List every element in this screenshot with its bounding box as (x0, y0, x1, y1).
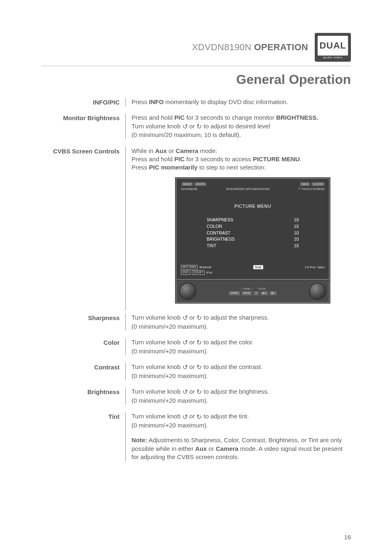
logo-subtext: audio·video (323, 56, 343, 59)
row-color: Color Turn volume knob ↺ or ↻ to adjust … (41, 338, 351, 355)
menu-row: CONTRAST10 (207, 230, 299, 237)
label-monitor-brightness: Monitor Brightness (41, 114, 125, 139)
body-cvbs: While in Aux or Camera mode: Press and h… (125, 147, 351, 311)
panel-btn-mode: MODE (229, 291, 240, 295)
screen-badges-2: DVD DOLBY iPod (181, 270, 325, 275)
screen-subbar: XDVDN8190 INTEGRATED GPS NAVIGATION 7" T… (181, 187, 325, 191)
row-tint: Tint Turn volume knob ↺ or ↻ to adjust t… (41, 412, 351, 461)
panel-center: — TUNE — SCAN MODE MUTE II ▶II ▶I (196, 287, 309, 295)
picture-menu-table: SHARPNESS10 COLOR10 CONTRAST10 BRIGHTNES… (207, 217, 299, 249)
menu-row: COLOR10 (207, 223, 299, 230)
cw-icon: ↻ (196, 313, 202, 323)
body-tint: Turn volume knob ↺ or ↻ to adjust the ti… (125, 412, 351, 461)
device-front-panel: — TUNE — SCAN MODE MUTE II ▶II ▶I (177, 281, 329, 302)
left-knob-icon (179, 283, 196, 300)
ccw-icon: ↺ (182, 338, 188, 347)
model-number: XDVDN8190N (192, 42, 251, 52)
dual-logo: DUAL audio·video (315, 33, 351, 62)
menu-row: BRIGHTNESS10 (207, 236, 299, 243)
page-number: 16 (344, 534, 351, 541)
body-sharpness: Turn volume knob ↺ or ↻ to adjust the sh… (125, 313, 351, 331)
row-contrast: Contrast Turn volume knob ↺ or ↻ to adju… (41, 363, 351, 380)
slot-close: CLOSE (311, 182, 325, 186)
body-info-pic: Press INFO momentarily to display DVD di… (125, 98, 351, 106)
label-sharpness: Sharpness (41, 313, 125, 331)
label-info-pic: INFO/PIC (41, 98, 125, 106)
label-color: Color (41, 338, 125, 355)
section-title: General Operation (41, 72, 351, 87)
panel-btn-pause: II (254, 291, 259, 295)
badge-dolby: DOLBY (192, 270, 205, 275)
menu-row: TINT10 (207, 243, 299, 249)
header-title: XDVDN8190N OPERATION (192, 42, 308, 53)
badge-bluetooth: Bluetooth (199, 265, 212, 269)
label-cvbs: CVBS Screen Controls (41, 147, 125, 311)
subbar-model: XDVDN8190 (181, 187, 197, 191)
badge-ipod2: iPod (206, 271, 212, 274)
row-info-pic: INFO/PIC Press INFO momentarily to displ… (41, 98, 351, 106)
body-contrast: Turn volume knob ↺ or ↻ to adjust the co… (125, 363, 351, 380)
cw-icon: ↻ (196, 363, 202, 372)
badge-mp3wma: MP3 WMA (181, 265, 198, 269)
badge-dual-mini: Dual (253, 265, 263, 269)
panel-scan-label: SCAN (258, 288, 265, 290)
menu-row: SHARPNESS10 (207, 217, 299, 223)
manual-page: XDVDN8190N OPERATION DUAL audio·video Ge… (0, 0, 392, 557)
note-block: Note: Adjustments to Sharpness, Color, C… (131, 436, 351, 461)
panel-btn-playpause: ▶II (261, 291, 268, 295)
label-brightness: Brightness (41, 388, 125, 405)
label-contrast: Contrast (41, 363, 125, 380)
slot-asps: AS/PS (194, 182, 206, 186)
slot-navi: NAVI (300, 182, 310, 186)
header-word: OPERATION (254, 42, 308, 52)
ccw-icon: ↺ (182, 313, 188, 323)
screen-badges: MP3 WMA Bluetooth Dual 2.0 iPod Oplus (181, 265, 325, 269)
cw-icon: ↻ (196, 413, 202, 422)
header-divider (41, 66, 351, 66)
panel-buttons: MODE MUTE II ▶II ▶I (229, 291, 277, 295)
row-monitor-brightness: Monitor Brightness Press and hold PIC fo… (41, 114, 351, 139)
row-brightness: Brightness Turn volume knob ↺ or ↻ to ad… (41, 388, 351, 405)
panel-tune-label: — TUNE — (240, 288, 253, 290)
logo-text: DUAL (318, 36, 348, 56)
picture-menu-title: PICTURE MENU (181, 203, 325, 209)
panel-btn-mute: MUTE (242, 291, 252, 295)
subbar-center: INTEGRATED GPS NAVIGATION (226, 187, 269, 191)
subbar-right: 7" TOUCH SCREEN (298, 187, 325, 191)
cw-icon: ↻ (196, 388, 202, 397)
device-illustration: BAND AS/PS NAVI CLOSE XDVDN8190 INTEGRAT… (177, 179, 329, 302)
device-screen: BAND AS/PS NAVI CLOSE XDVDN8190 INTEGRAT… (177, 179, 329, 279)
panel-btn-next: ▶I (270, 291, 277, 295)
slot-band: BAND (182, 182, 193, 186)
body-color: Turn volume knob ↺ or ↻ to adjust the co… (125, 338, 351, 355)
ccw-icon: ↺ (182, 388, 188, 397)
body-brightness: Turn volume knob ↺ or ↻ to adjust the br… (125, 388, 351, 405)
ccw-icon: ↺ (182, 413, 188, 422)
cw-icon: ↻ (196, 122, 202, 131)
ccw-icon: ↺ (182, 363, 188, 372)
screen-top-slots: BAND AS/PS NAVI CLOSE (181, 182, 325, 186)
ccw-icon: ↺ (182, 122, 188, 131)
cw-icon: ↻ (196, 338, 202, 347)
label-tint: Tint (41, 412, 125, 461)
page-header: XDVDN8190N OPERATION DUAL audio·video (41, 33, 351, 62)
body-monitor-brightness: Press and hold PIC for 3 seconds to chan… (125, 114, 351, 139)
row-cvbs: CVBS Screen Controls While in Aux or Cam… (41, 147, 351, 311)
row-sharpness: Sharpness Turn volume knob ↺ or ↻ to adj… (41, 313, 351, 331)
badge-dvd: DVD (181, 270, 190, 275)
right-knob-icon (309, 283, 326, 300)
badge-oplus: Oplus (317, 265, 325, 269)
badge-ipod: 2.0 iPod (305, 265, 316, 269)
